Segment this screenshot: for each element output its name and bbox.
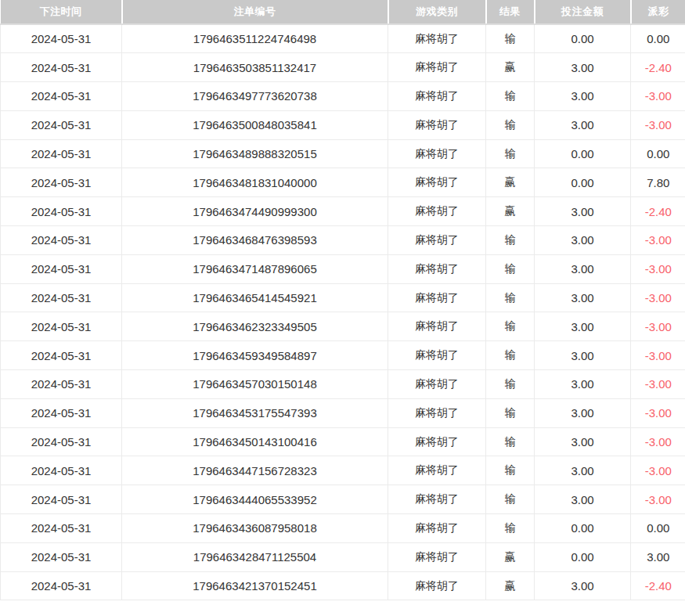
table-row: 2024-05-311796463489888320515麻将胡了输0.000.… (1, 139, 685, 168)
cell-game_type: 麻将胡了 (388, 312, 486, 341)
cell-game_type: 麻将胡了 (388, 341, 486, 370)
column-header-payout: 派彩 (631, 0, 685, 24)
table-row: 2024-05-311796463497773620738麻将胡了输3.00-3… (1, 82, 685, 111)
table-header-row: 下注时间注单编号游戏类别结果投注金额派彩 (1, 0, 685, 24)
cell-time: 2024-05-31 (1, 110, 122, 139)
cell-time: 2024-05-31 (1, 24, 122, 53)
cell-order_id: 1796463450143100416 (122, 427, 388, 456)
cell-result: 输 (486, 254, 535, 283)
cell-bet_amount: 3.00 (535, 110, 631, 139)
cell-time: 2024-05-31 (1, 485, 122, 514)
cell-payout: -3.00 (631, 312, 685, 341)
cell-result: 输 (486, 427, 535, 456)
cell-game_type: 麻将胡了 (388, 542, 486, 571)
table-row: 2024-05-311796463436087958018麻将胡了输0.000.… (1, 514, 685, 543)
cell-payout: -3.00 (631, 110, 685, 139)
table-row: 2024-05-311796463471487896065麻将胡了输3.00-3… (1, 254, 685, 283)
cell-bet_amount: 3.00 (535, 82, 631, 111)
cell-result: 输 (486, 398, 535, 427)
cell-result: 赢 (486, 571, 535, 600)
cell-bet_amount: 0.00 (535, 542, 631, 571)
column-header-bet_amount: 投注金额 (535, 0, 631, 24)
cell-order_id: 1796463457030150148 (122, 370, 388, 399)
cell-order_id: 1796463436087958018 (122, 514, 388, 543)
cell-game_type: 麻将胡了 (388, 139, 486, 168)
cell-result: 输 (486, 485, 535, 514)
table-row: 2024-05-311796463462323349505麻将胡了输3.00-3… (1, 312, 685, 341)
cell-time: 2024-05-31 (1, 542, 122, 571)
cell-time: 2024-05-31 (1, 312, 122, 341)
cell-result: 赢 (486, 168, 535, 197)
table-header: 下注时间注单编号游戏类别结果投注金额派彩 (1, 0, 685, 24)
cell-time: 2024-05-31 (1, 168, 122, 197)
cell-time: 2024-05-31 (1, 254, 122, 283)
cell-game_type: 麻将胡了 (388, 82, 486, 111)
bet-records-page: 下注时间注单编号游戏类别结果投注金额派彩 2024-05-31179646351… (0, 0, 685, 616)
cell-payout: 0.00 (631, 139, 685, 168)
cell-order_id: 1796463497773620738 (122, 82, 388, 111)
cell-game_type: 麻将胡了 (388, 283, 486, 312)
cell-bet_amount: 0.00 (535, 168, 631, 197)
cell-bet_amount: 3.00 (535, 456, 631, 485)
cell-game_type: 麻将胡了 (388, 168, 486, 197)
cell-order_id: 1796463421370152451 (122, 571, 388, 600)
cell-result: 输 (486, 226, 535, 255)
cell-result: 输 (486, 456, 535, 485)
cell-result: 输 (486, 139, 535, 168)
cell-payout: -2.40 (631, 53, 685, 82)
table-row: 2024-05-311796463457030150148麻将胡了输3.00-3… (1, 370, 685, 399)
cell-payout: -3.00 (631, 254, 685, 283)
cell-bet_amount: 0.00 (535, 24, 631, 53)
cell-result: 赢 (486, 197, 535, 226)
table-body: 2024-05-311796463511224746498麻将胡了输0.000.… (1, 24, 685, 600)
cell-result: 输 (486, 341, 535, 370)
cell-game_type: 麻将胡了 (388, 110, 486, 139)
cell-order_id: 1796463503851132417 (122, 53, 388, 82)
cell-order_id: 1796463471487896065 (122, 254, 388, 283)
cell-time: 2024-05-31 (1, 370, 122, 399)
table-row: 2024-05-311796463468476398593麻将胡了输3.00-3… (1, 226, 685, 255)
cell-bet_amount: 0.00 (535, 139, 631, 168)
cell-result: 输 (486, 110, 535, 139)
cell-order_id: 1796463459349584897 (122, 341, 388, 370)
cell-game_type: 麻将胡了 (388, 571, 486, 600)
cell-result: 输 (486, 24, 535, 53)
cell-bet_amount: 0.00 (535, 514, 631, 543)
cell-order_id: 1796463489888320515 (122, 139, 388, 168)
cell-order_id: 1796463474490999300 (122, 197, 388, 226)
cell-time: 2024-05-31 (1, 456, 122, 485)
table-row: 2024-05-311796463481831040000麻将胡了赢0.007.… (1, 168, 685, 197)
cell-payout: -3.00 (631, 82, 685, 111)
table-row: 2024-05-311796463450143100416麻将胡了输3.00-3… (1, 427, 685, 456)
cell-game_type: 麻将胡了 (388, 485, 486, 514)
cell-bet_amount: 3.00 (535, 312, 631, 341)
column-header-order_id: 注单编号 (122, 0, 388, 24)
cell-bet_amount: 3.00 (535, 53, 631, 82)
cell-game_type: 麻将胡了 (388, 24, 486, 53)
cell-result: 输 (486, 82, 535, 111)
cell-bet_amount: 3.00 (535, 226, 631, 255)
cell-bet_amount: 3.00 (535, 254, 631, 283)
cell-order_id: 1796463500848035841 (122, 110, 388, 139)
cell-payout: 3.00 (631, 542, 685, 571)
cell-game_type: 麻将胡了 (388, 370, 486, 399)
cell-game_type: 麻将胡了 (388, 427, 486, 456)
cell-order_id: 1796463511224746498 (122, 24, 388, 53)
cell-time: 2024-05-31 (1, 514, 122, 543)
cell-payout: -3.00 (631, 341, 685, 370)
cell-result: 输 (486, 370, 535, 399)
cell-result: 输 (486, 283, 535, 312)
table-row: 2024-05-311796463421370152451麻将胡了赢3.00-2… (1, 571, 685, 600)
cell-bet_amount: 3.00 (535, 398, 631, 427)
cell-bet_amount: 3.00 (535, 341, 631, 370)
table-row: 2024-05-311796463459349584897麻将胡了输3.00-3… (1, 341, 685, 370)
column-header-time: 下注时间 (1, 0, 122, 24)
cell-time: 2024-05-31 (1, 82, 122, 111)
cell-game_type: 麻将胡了 (388, 514, 486, 543)
cell-game_type: 麻将胡了 (388, 456, 486, 485)
table-row: 2024-05-311796463511224746498麻将胡了输0.000.… (1, 24, 685, 53)
table-row: 2024-05-311796463447156728323麻将胡了输3.00-3… (1, 456, 685, 485)
cell-result: 赢 (486, 53, 535, 82)
cell-game_type: 麻将胡了 (388, 53, 486, 82)
cell-time: 2024-05-31 (1, 341, 122, 370)
